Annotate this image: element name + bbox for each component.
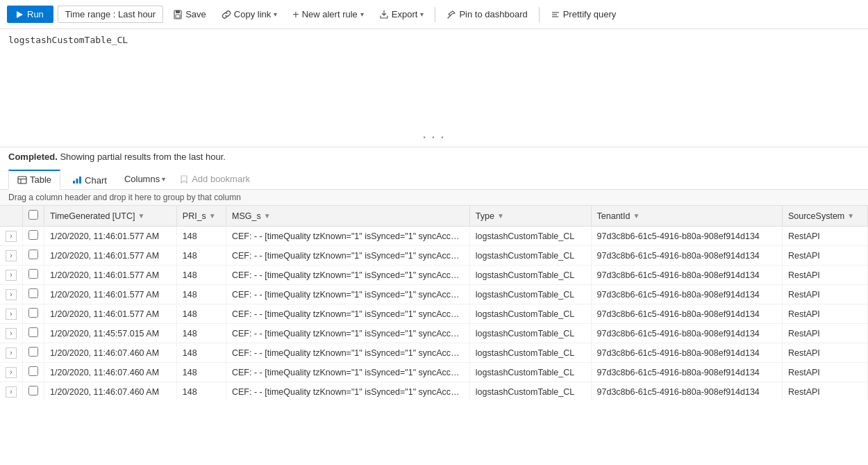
- new-alert-rule-button[interactable]: + New alert rule ▾: [287, 6, 369, 23]
- filter-icon[interactable]: ▼: [497, 212, 504, 220]
- copy-link-label: Copy link: [234, 9, 271, 19]
- table-row: › 1/20/2020, 11:46:01.577 AM 148 CEF: - …: [0, 246, 868, 266]
- row-expand-cell[interactable]: ›: [0, 285, 23, 304]
- filter-icon[interactable]: ▼: [264, 212, 271, 220]
- row-check-cell[interactable]: [23, 324, 44, 343]
- row-expand-cell[interactable]: ›: [0, 227, 23, 246]
- results-tabs: Table Chart Columns ▾ Add bookmark: [0, 166, 868, 190]
- row-check-cell[interactable]: [23, 227, 44, 246]
- th-time-generated[interactable]: TimeGenerated [UTC] ▼: [44, 206, 177, 227]
- status-bar: Completed. Showing partial results from …: [0, 147, 868, 166]
- separator: [435, 7, 435, 22]
- expand-button[interactable]: ›: [6, 367, 17, 378]
- cell-source-system: RestAPI: [782, 266, 867, 285]
- expand-button[interactable]: ›: [6, 309, 17, 320]
- filter-icon[interactable]: ▼: [138, 212, 145, 220]
- results-table-wrapper[interactable]: TimeGenerated [UTC] ▼ PRI_s ▼ MSG_s ▼: [0, 206, 868, 400]
- cell-tenant-id: 97d3c8b6-61c5-4916-b80a-908ef914d134: [591, 246, 782, 266]
- row-checkbox[interactable]: [28, 327, 38, 337]
- query-editor[interactable]: logstashCustomTable_CL ...: [0, 29, 868, 147]
- row-checkbox[interactable]: [28, 386, 38, 395]
- pin-to-dashboard-button[interactable]: Pin to dashboard: [441, 6, 533, 22]
- th-type[interactable]: Type ▼: [469, 206, 591, 227]
- export-label: Export: [392, 9, 418, 19]
- row-expand-cell[interactable]: ›: [0, 382, 23, 400]
- svg-rect-1: [176, 10, 180, 13]
- row-expand-cell[interactable]: ›: [0, 266, 23, 285]
- copy-link-button[interactable]: Copy link ▾: [216, 6, 283, 22]
- export-button[interactable]: Export ▾: [374, 6, 430, 22]
- cell-tenant-id: 97d3c8b6-61c5-4916-b80a-908ef914d134: [591, 285, 782, 304]
- cell-msg-s: CEF: - - [timeQuality tzKnown="1" isSync…: [226, 382, 470, 400]
- row-check-cell[interactable]: [23, 382, 44, 400]
- table-row: › 1/20/2020, 11:46:07.460 AM 148 CEF: - …: [0, 382, 868, 400]
- expand-button[interactable]: ›: [6, 386, 17, 398]
- row-check-cell[interactable]: [23, 343, 44, 363]
- separator: [539, 7, 540, 22]
- th-pri-s[interactable]: PRI_s ▼: [176, 206, 226, 227]
- tab-table-label: Table: [30, 174, 51, 185]
- results-table: TimeGenerated [UTC] ▼ PRI_s ▼ MSG_s ▼: [0, 206, 868, 400]
- svg-rect-6: [18, 177, 26, 183]
- add-bookmark-button[interactable]: Add bookmark: [174, 170, 256, 188]
- expand-button[interactable]: ›: [6, 289, 17, 300]
- bookmark-icon: [179, 174, 189, 184]
- filter-icon[interactable]: ▼: [847, 212, 854, 220]
- expand-button[interactable]: ›: [6, 270, 17, 281]
- row-check-cell[interactable]: [23, 304, 44, 324]
- expand-button[interactable]: ›: [6, 348, 17, 359]
- row-expand-cell[interactable]: ›: [0, 363, 23, 382]
- row-checkbox[interactable]: [28, 288, 38, 298]
- run-label: Run: [27, 9, 44, 19]
- tab-table[interactable]: Table: [8, 170, 60, 190]
- cell-source-system: RestAPI: [782, 246, 867, 266]
- cell-type: logstashCustomTable_CL: [469, 285, 591, 304]
- run-button[interactable]: Run: [7, 6, 53, 23]
- prettify-query-button[interactable]: Prettify query: [545, 6, 622, 22]
- svg-rect-9: [73, 181, 75, 183]
- row-checkbox[interactable]: [28, 308, 38, 318]
- table-row: › 1/20/2020, 11:46:07.460 AM 148 CEF: - …: [0, 343, 868, 363]
- drag-hint-text: Drag a column header and drop it here to…: [8, 193, 241, 202]
- th-msg-s[interactable]: MSG_s ▼: [226, 206, 470, 227]
- row-checkbox[interactable]: [28, 347, 38, 357]
- save-button[interactable]: Save: [167, 6, 212, 22]
- expand-button[interactable]: ›: [6, 231, 17, 242]
- chevron-down-icon: ▾: [360, 10, 364, 18]
- th-tenant-id[interactable]: TenantId ▼: [591, 206, 782, 227]
- row-expand-cell[interactable]: ›: [0, 246, 23, 266]
- th-check: [23, 206, 44, 227]
- add-bookmark-label: Add bookmark: [192, 174, 250, 184]
- cell-pri-s: 148: [176, 304, 226, 324]
- row-expand-cell[interactable]: ›: [0, 343, 23, 363]
- cell-msg-s: CEF: - - [timeQuality tzKnown="1" isSync…: [226, 343, 470, 363]
- tab-chart[interactable]: Chart: [63, 171, 116, 189]
- expand-button[interactable]: ›: [6, 250, 17, 261]
- toolbar: Run Time range : Last hour Save Copy lin…: [0, 0, 868, 29]
- plus-icon: +: [292, 9, 299, 20]
- row-check-cell[interactable]: [23, 246, 44, 266]
- expand-button[interactable]: ›: [6, 328, 17, 339]
- row-check-cell[interactable]: [23, 285, 44, 304]
- row-checkbox[interactable]: [28, 230, 38, 240]
- chevron-down-icon: ▾: [274, 10, 277, 18]
- cell-type: logstashCustomTable_CL: [469, 382, 591, 400]
- row-check-cell[interactable]: [23, 363, 44, 382]
- row-checkbox[interactable]: [28, 366, 38, 376]
- row-checkbox[interactable]: [28, 250, 38, 259]
- row-check-cell[interactable]: [23, 266, 44, 285]
- cell-time-generated: 1/20/2020, 11:46:07.460 AM: [44, 363, 177, 382]
- filter-icon[interactable]: ▼: [209, 212, 216, 220]
- cell-tenant-id: 97d3c8b6-61c5-4916-b80a-908ef914d134: [591, 382, 782, 400]
- columns-button[interactable]: Columns ▾: [119, 170, 171, 188]
- select-all-checkbox[interactable]: [28, 210, 38, 220]
- row-checkbox[interactable]: [28, 269, 38, 279]
- th-source-system[interactable]: SourceSystem ▼: [782, 206, 867, 227]
- row-expand-cell[interactable]: ›: [0, 324, 23, 343]
- th-expand: [0, 206, 23, 227]
- row-expand-cell[interactable]: ›: [0, 304, 23, 324]
- time-range-button[interactable]: Time range : Last hour: [58, 6, 163, 23]
- table-row: › 1/20/2020, 11:46:07.460 AM 148 CEF: - …: [0, 363, 868, 382]
- svg-rect-10: [76, 179, 78, 183]
- filter-icon[interactable]: ▼: [633, 212, 640, 220]
